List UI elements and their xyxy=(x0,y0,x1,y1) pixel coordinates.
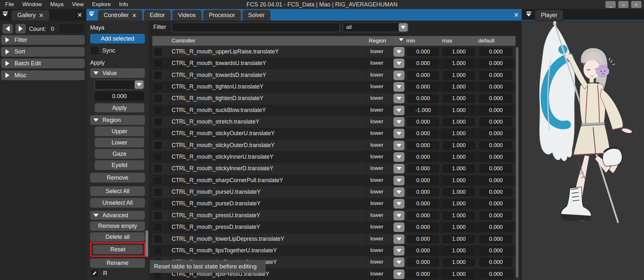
table-scrollbar[interactable] xyxy=(515,46,519,280)
region-dropdown-button[interactable] xyxy=(393,70,404,80)
min-value-field[interactable]: 0.000 xyxy=(407,235,439,244)
region-dropdown-button[interactable] xyxy=(393,164,404,173)
min-value-field[interactable]: 0.000 xyxy=(407,141,439,150)
add-selected-button[interactable]: Add selected xyxy=(90,34,145,43)
default-value-field[interactable]: 0.000 xyxy=(479,176,513,185)
default-value-field[interactable]: 0.000 xyxy=(479,153,513,162)
default-value-field[interactable]: 0.000 xyxy=(479,246,513,255)
row-checkbox[interactable] xyxy=(154,48,162,56)
min-value-field[interactable]: 0.000 xyxy=(407,164,439,173)
default-value-field[interactable]: 0.000 xyxy=(479,106,513,115)
reset-button[interactable]: Reset xyxy=(93,245,143,254)
min-value-field[interactable]: 0.000 xyxy=(407,270,439,279)
max-value-field[interactable]: 1.000 xyxy=(442,258,475,267)
menu-explore[interactable]: Explore xyxy=(92,1,111,8)
min-value-field[interactable]: 0.000 xyxy=(407,199,439,208)
center-panel-close-icon[interactable]: × xyxy=(514,10,519,20)
min-value-field[interactable]: 0.000 xyxy=(407,211,439,220)
max-value-field[interactable]: 1.000 xyxy=(442,211,475,220)
row-checkbox[interactable] xyxy=(154,106,162,115)
menu-view[interactable]: View xyxy=(72,1,84,8)
next-button[interactable] xyxy=(15,24,26,33)
tab-processor[interactable]: Processor xyxy=(203,10,241,21)
tab-gallery[interactable]: Gallery × xyxy=(12,10,49,21)
table-row[interactable]: CTRL_R_mouth_purseD.translateYlower0.000… xyxy=(152,198,516,210)
table-row[interactable]: CTRL_R_mouth_pressD.translateYlower0.000… xyxy=(152,221,516,233)
min-value-field[interactable]: -1.000 xyxy=(407,106,439,115)
column-header-default[interactable]: default xyxy=(478,38,495,44)
min-value-field[interactable]: 0.000 xyxy=(407,258,439,267)
min-value-field[interactable]: 0.000 xyxy=(407,223,439,232)
tab-gallery-close-icon[interactable]: × xyxy=(39,12,43,19)
eyelid-button[interactable]: Eyelid xyxy=(95,160,144,170)
table-row[interactable]: CTRL_R_mouth_sharpCornerPull.translateYl… xyxy=(152,175,516,186)
row-checkbox[interactable] xyxy=(154,223,162,231)
region-dropdown-button[interactable] xyxy=(393,141,404,150)
rename-button[interactable]: Rename xyxy=(90,258,145,268)
tab-solver[interactable]: Solver xyxy=(242,10,270,21)
default-value-field[interactable]: 0.000 xyxy=(479,94,513,103)
row-checkbox[interactable] xyxy=(154,129,162,138)
row-checkbox[interactable] xyxy=(154,164,162,173)
max-value-field[interactable]: 1.000 xyxy=(442,270,475,279)
max-value-field[interactable]: 1.000 xyxy=(442,164,475,173)
close-window-button[interactable]: × xyxy=(631,1,641,8)
tab-videos[interactable]: Videos xyxy=(172,10,202,21)
row-checkbox[interactable] xyxy=(154,71,162,79)
dropdown-button[interactable] xyxy=(399,23,408,32)
table-row[interactable]: CTRL_R_mouth_tightenU.translateYlower0.0… xyxy=(152,81,516,93)
min-value-field[interactable]: 0.000 xyxy=(407,176,439,185)
region-dropdown-button[interactable] xyxy=(393,47,404,57)
tab-editor[interactable]: Editor xyxy=(144,10,171,21)
default-value-field[interactable]: 0.000 xyxy=(479,235,513,244)
region-dropdown-button[interactable] xyxy=(393,199,404,209)
region-dropdown-button[interactable] xyxy=(393,82,404,92)
row-checkbox[interactable] xyxy=(154,176,162,185)
table-row[interactable]: CTRL_R_mouth_towardsD.translateYlower0.0… xyxy=(152,70,516,81)
min-value-field[interactable]: 0.000 xyxy=(407,94,439,103)
column-header-min[interactable]: min xyxy=(406,38,415,44)
max-value-field[interactable]: 1.000 xyxy=(442,106,475,115)
table-row[interactable]: CTRL_R_mouth_stretch.translateYlower0.00… xyxy=(152,116,516,128)
max-value-field[interactable]: 1.000 xyxy=(442,235,475,244)
type-filter-dropdown[interactable]: all xyxy=(343,23,408,32)
max-value-field[interactable]: 1.000 xyxy=(442,188,475,197)
table-row[interactable]: CTRL_R_mouth_stickyInnerD.translateYlowe… xyxy=(152,163,516,174)
min-value-field[interactable]: 0.000 xyxy=(407,246,439,255)
table-row[interactable]: CTRL_R_mouth_lipsTogetherU.translateYlow… xyxy=(152,245,516,257)
table-row[interactable]: CTRL_R_mouth_purseU.translateYlower0.000… xyxy=(152,186,516,198)
default-value-field[interactable]: 0.000 xyxy=(479,164,513,173)
sort-caret-icon[interactable] xyxy=(399,38,403,41)
value-type-dropdown[interactable] xyxy=(95,80,144,89)
row-checkbox[interactable] xyxy=(154,153,162,161)
tab-close-icon[interactable]: × xyxy=(132,12,137,19)
section-misc[interactable]: Misc xyxy=(1,70,85,80)
apply-button[interactable]: Apply xyxy=(95,103,144,112)
tab-player[interactable]: Player xyxy=(535,10,563,21)
lower-button[interactable]: Lower xyxy=(95,138,144,147)
row-checkbox[interactable] xyxy=(154,235,162,243)
unselect-all-button[interactable]: Unselect All xyxy=(90,198,145,208)
table-row[interactable]: CTRL_R_mouth_stickyOuterD.translateYlowe… xyxy=(152,140,516,151)
column-header-region[interactable]: Region xyxy=(369,38,386,44)
region-dropdown-button[interactable] xyxy=(393,234,404,244)
table-row[interactable]: CTRL_R_mouth_suckBlow.translateYlower-1.… xyxy=(152,105,516,116)
dropdown-button[interactable] xyxy=(135,80,144,89)
panel-menu-caret-icon[interactable] xyxy=(3,12,8,16)
default-value-field[interactable]: 0.000 xyxy=(479,199,513,208)
max-value-field[interactable]: 1.000 xyxy=(442,223,475,232)
scrollbar-thumb[interactable] xyxy=(516,47,518,277)
region-dropdown-button[interactable] xyxy=(393,246,404,256)
rename-mode-checkbox[interactable] xyxy=(90,269,99,277)
default-value-field[interactable]: 0.000 xyxy=(479,258,513,267)
max-value-field[interactable]: 1.000 xyxy=(442,117,475,126)
region-dropdown-button[interactable] xyxy=(393,129,404,138)
menu-maya[interactable]: Maya xyxy=(50,1,64,8)
minimize-button[interactable]: _ xyxy=(605,1,616,8)
menu-info[interactable]: Info xyxy=(119,1,128,8)
default-value-field[interactable]: 0.000 xyxy=(479,59,513,68)
region-dropdown-button[interactable] xyxy=(393,106,404,115)
menu-file[interactable]: File xyxy=(5,1,14,8)
region-section-header[interactable]: Region xyxy=(90,115,145,125)
min-value-field[interactable]: 0.000 xyxy=(407,59,439,68)
